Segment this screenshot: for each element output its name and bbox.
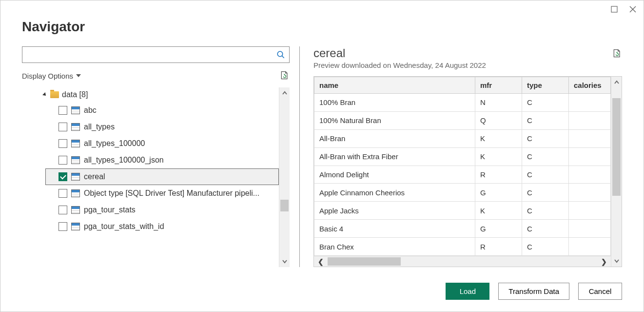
h-scroll-thumb[interactable] <box>328 257 401 266</box>
preview-table: namemfrtypecalories 100% BranNC100% Natu… <box>314 77 611 256</box>
preview-table-container: namemfrtypecalories 100% BranNC100% Natu… <box>313 76 622 267</box>
navigator-dialog: Navigator Display Options <box>0 0 644 312</box>
checkbox[interactable] <box>59 222 67 231</box>
checkbox[interactable] <box>59 156 67 165</box>
table-cell: K <box>475 147 522 166</box>
table-cell: N <box>475 94 522 112</box>
table-icon <box>71 156 80 164</box>
tree-item-label: pga_tour_stats <box>84 206 136 214</box>
table-cell: K <box>475 129 522 147</box>
tree: data [8] abcall_typesall_types_100000all… <box>22 87 279 267</box>
table-cell: K <box>475 202 522 220</box>
display-options-label: Display Options <box>22 72 73 80</box>
table-scroll-up-icon[interactable] <box>611 77 622 88</box>
table-cell <box>569 184 611 202</box>
table-row[interactable]: Apple JacksKC <box>314 202 611 220</box>
table-row[interactable]: All-Bran with Extra FiberKC <box>314 147 611 166</box>
table-h-scrollbar[interactable]: ❮ ❯ <box>314 256 611 267</box>
refresh-tree-icon[interactable] <box>280 70 290 82</box>
column-header[interactable]: type <box>522 77 569 94</box>
tree-item-label: pga_tour_stats_with_id <box>84 222 164 231</box>
tree-scrollbar[interactable] <box>279 87 290 267</box>
tree-item-label: all_types <box>84 123 115 131</box>
tree-item-label: Object type [SQL Driver Test] Manufactur… <box>84 189 259 198</box>
checkbox[interactable] <box>59 206 67 214</box>
search-icon[interactable] <box>273 47 289 62</box>
checkbox[interactable] <box>59 139 67 148</box>
table-cell: All-Bran <box>314 129 475 147</box>
refresh-preview-icon[interactable] <box>612 48 622 60</box>
window-controls <box>0 0 644 14</box>
tree-item[interactable]: all_types <box>22 119 279 135</box>
table-row[interactable]: Apple Cinnamon CheeriosGC <box>314 184 611 202</box>
search-container <box>22 46 290 63</box>
scroll-thumb[interactable] <box>280 200 289 211</box>
table-row[interactable]: Bran ChexRC <box>314 238 611 256</box>
tree-item-label: cereal <box>84 172 105 181</box>
column-header[interactable]: mfr <box>475 77 522 94</box>
search-input[interactable] <box>22 47 273 62</box>
table-cell: G <box>475 184 522 202</box>
table-cell: R <box>475 238 522 256</box>
tree-root-node[interactable]: data [8] <box>22 87 279 102</box>
preview-header: cereal Preview downloaded on Wednesday, … <box>313 46 622 76</box>
table-icon <box>71 189 80 197</box>
table-icon <box>71 173 80 181</box>
maximize-button-icon[interactable] <box>609 4 619 14</box>
table-icon <box>71 223 80 230</box>
tree-container: data [8] abcall_typesall_types_100000all… <box>22 87 290 267</box>
table-row[interactable]: 100% Natural BranQC <box>314 111 611 129</box>
dialog-footer: Load Transform Data Cancel <box>0 267 644 312</box>
svg-rect-0 <box>611 6 617 12</box>
svg-line-4 <box>282 56 284 58</box>
display-options-dropdown[interactable]: Display Options <box>22 72 81 80</box>
options-row: Display Options <box>22 66 290 85</box>
table-cell: Almond Delight <box>314 166 475 184</box>
column-header[interactable]: calories <box>569 77 611 94</box>
table-scroll-thumb[interactable] <box>612 98 621 196</box>
tree-item[interactable]: all_types_100000 <box>22 135 279 152</box>
tree-item[interactable]: pga_tour_stats_with_id <box>22 218 279 235</box>
tree-item[interactable]: abc <box>22 102 279 119</box>
tree-root-label: data [8] <box>62 90 88 99</box>
content-area: Display Options data [8] abcall_typesall… <box>0 46 644 267</box>
table-cell: Apple Jacks <box>314 202 475 220</box>
column-header[interactable]: name <box>314 77 475 94</box>
table-v-scrollbar[interactable] <box>611 77 622 267</box>
table-cell: C <box>522 220 569 238</box>
table-scroll-down-icon[interactable] <box>611 255 622 267</box>
scroll-up-icon[interactable] <box>279 87 290 99</box>
table-row[interactable]: 100% BranNC <box>314 94 611 112</box>
scroll-right-icon[interactable]: ❯ <box>597 256 611 267</box>
tree-item[interactable]: all_types_100000_json <box>22 152 279 168</box>
table-cell <box>569 220 611 238</box>
table-cell: Q <box>475 111 522 129</box>
tree-item[interactable]: cereal <box>45 168 279 185</box>
table-cell: C <box>522 147 569 166</box>
scroll-down-icon[interactable] <box>279 255 290 267</box>
table-icon <box>71 123 80 131</box>
checkbox[interactable] <box>59 172 67 181</box>
table-cell <box>569 94 611 112</box>
cancel-button[interactable]: Cancel <box>578 283 622 300</box>
load-button[interactable]: Load <box>446 283 489 300</box>
scroll-left-icon[interactable]: ❮ <box>314 256 328 267</box>
table-row[interactable]: Almond DelightRC <box>314 166 611 184</box>
table-cell: G <box>475 220 522 238</box>
table-cell: Bran Chex <box>314 238 475 256</box>
tree-item[interactable]: pga_tour_stats <box>22 202 279 218</box>
close-button-icon[interactable] <box>628 4 638 14</box>
checkbox[interactable] <box>59 189 67 198</box>
table-icon <box>71 206 80 214</box>
preview-subtitle: Preview downloaded on Wednesday, 24 Augu… <box>313 61 486 69</box>
checkbox[interactable] <box>59 106 67 115</box>
transform-data-button[interactable]: Transform Data <box>498 283 569 300</box>
table-row[interactable]: All-BranKC <box>314 129 611 147</box>
tree-item-label: abc <box>84 106 97 115</box>
table-row[interactable]: Basic 4GC <box>314 220 611 238</box>
table-cell: 100% Bran <box>314 94 475 112</box>
table-cell: C <box>522 111 569 129</box>
tree-item[interactable]: Object type [SQL Driver Test] Manufactur… <box>22 185 279 202</box>
table-cell <box>569 111 611 129</box>
checkbox[interactable] <box>59 123 67 131</box>
